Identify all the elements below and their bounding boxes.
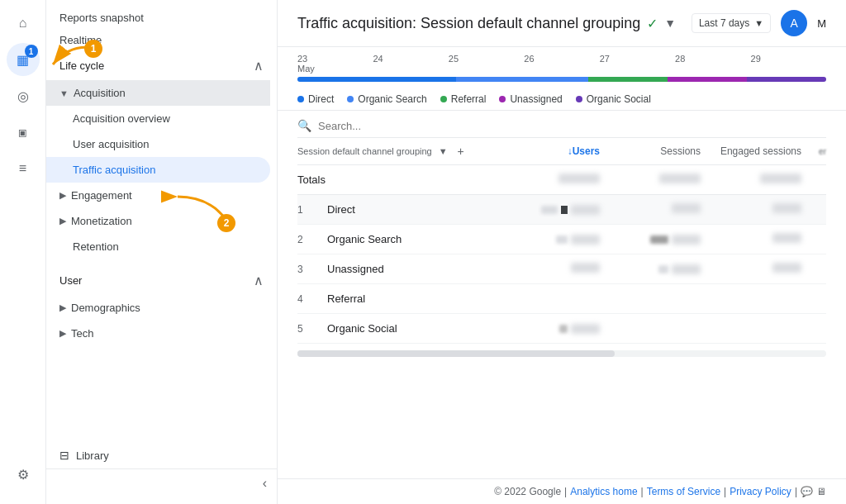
chart-area: 23May 24 25 26 27 28 29 Direct (278, 47, 846, 111)
sidebar-monetization[interactable]: ▶ Monetization (46, 208, 270, 234)
row2-sessions-value (672, 235, 701, 245)
sidebar-demographics[interactable]: ▶ Demographics (46, 295, 270, 321)
row2-users-value (571, 235, 600, 245)
search-icon: 🔍 (297, 119, 311, 132)
sidebar-acquisition-overview[interactable]: Acquisition overview (46, 106, 270, 131)
user-section-chevron-icon: ∧ (254, 273, 264, 288)
nav-configure[interactable]: ≡ (7, 152, 40, 185)
sidebar-tech[interactable]: ▶ Tech (46, 321, 270, 346)
library-icon: ⊟ (59, 449, 69, 462)
search-bar: 🔍 (297, 111, 826, 138)
totals-users-value (558, 174, 600, 183)
legend-organic-social-dot (576, 96, 582, 102)
title-dropdown-icon[interactable]: ▼ (664, 17, 676, 30)
nav-home[interactable]: ⌂ (7, 7, 40, 40)
table-row[interactable]: 4 Referral (297, 284, 826, 314)
table-row[interactable]: 2 Organic Search (297, 225, 826, 254)
channel-col-header[interactable]: Session default channel grouping ▼ + (297, 145, 499, 158)
account-name: M (817, 17, 826, 30)
terms-of-service-link[interactable]: Terms of Service (647, 486, 720, 497)
legend-referral: Referral (440, 93, 487, 105)
analytics-home-link[interactable]: Analytics home (570, 486, 637, 497)
privacy-policy-link[interactable]: Privacy Policy (730, 486, 791, 497)
totals-engaged-value (760, 174, 801, 183)
row3-sessions-bar (658, 265, 668, 273)
channel-dropdown-icon[interactable]: ▼ (439, 146, 448, 156)
sidebar: Reports snapshot Realtime Life cycle ∧ ▼… (46, 0, 278, 504)
footer: © 2022 Google | Analytics home | Terms o… (278, 478, 846, 504)
sidebar-engagement[interactable]: ▶ Engagement (46, 183, 270, 208)
date-range-chevron-icon: ▼ (754, 18, 763, 28)
chart-legend: Direct Organic Search Referral Unassigne… (297, 88, 826, 110)
sidebar-user-acquisition[interactable]: User acquisition (46, 131, 270, 157)
row2-engaged-value (772, 233, 801, 243)
row1-users-value (571, 205, 600, 215)
page-title: Traffic acquisition: Session default cha… (297, 15, 676, 32)
totals-sessions-value (659, 174, 701, 183)
sidebar-traffic-acquisition[interactable]: Traffic acquisition (46, 157, 270, 183)
legend-organic-social: Organic Social (576, 93, 651, 105)
table-row[interactable]: 5 Organic Social (297, 314, 826, 344)
legend-organic-search-dot (347, 96, 354, 102)
row2-sessions-bar (650, 235, 668, 244)
avatar[interactable]: A (781, 10, 807, 36)
legend-organic-search: Organic Search (347, 93, 426, 105)
table-scrollbar[interactable] (297, 350, 826, 357)
sidebar-retention[interactable]: Retention (46, 234, 270, 259)
extra-col-header: er (801, 145, 826, 157)
header-right: Last 7 days ▼ A M (692, 10, 826, 36)
acquisition-chevron-icon: ▼ (59, 88, 69, 98)
engaged-col-header[interactable]: Engaged sessions (701, 145, 801, 157)
monetization-arrow-icon: ▶ (59, 216, 66, 226)
sidebar-reports-snapshot[interactable]: Reports snapshot (46, 7, 277, 29)
sidebar-acquisition[interactable]: ▼ Acquisition (46, 80, 270, 106)
date-range-selector[interactable]: Last 7 days ▼ (692, 13, 771, 33)
sidebar-lifecycle-section[interactable]: Life cycle ∧ (46, 51, 277, 80)
row5-users-value (571, 324, 600, 334)
row3-sessions-value (672, 264, 701, 274)
legend-direct: Direct (297, 93, 334, 105)
sidebar-realtime[interactable]: Realtime (46, 29, 277, 51)
legend-direct-dot (297, 96, 304, 102)
table-row-totals: Totals (297, 165, 826, 195)
legend-unassigned-dot (499, 96, 506, 102)
nav-icon-strip: ⌂ ▦ 1 ◎ ◈ ≡ ⚙ (0, 0, 46, 504)
badge-1: 1 (25, 45, 38, 58)
sidebar-user-section[interactable]: User ∧ (46, 266, 277, 295)
sidebar-collapse-button[interactable]: ‹ (263, 476, 267, 491)
legend-unassigned: Unassigned (499, 93, 562, 105)
feedback-icon[interactable]: 💬 (801, 486, 813, 497)
row1-users-bar (541, 206, 558, 214)
demographics-arrow-icon: ▶ (59, 302, 66, 313)
row3-engaged-value (772, 263, 801, 273)
sidebar-library[interactable]: ⊟ Library (46, 442, 277, 468)
chart-date-labels: 23May 24 25 26 27 28 29 (297, 54, 826, 74)
row1-sessions-value (672, 203, 701, 213)
nav-reports[interactable]: ▦ 1 (7, 43, 40, 76)
nav-advertising[interactable]: ◈ (0, 109, 46, 156)
screen-icon: 🖥 (816, 486, 826, 497)
table-row[interactable]: 3 Unassigned (297, 254, 826, 284)
table-row[interactable]: 1 Direct (297, 195, 826, 225)
row2-users-bar (556, 235, 568, 244)
table-header: Session default channel grouping ▼ + ↓Us… (297, 138, 826, 165)
users-col-header[interactable]: ↓Users (499, 145, 600, 157)
nav-settings[interactable]: ⚙ (7, 458, 40, 491)
legend-referral-dot (440, 96, 447, 102)
tech-arrow-icon: ▶ (59, 328, 66, 339)
row5-users-bar (559, 325, 568, 333)
lifecycle-chevron-icon: ∧ (254, 58, 264, 74)
add-column-icon[interactable]: + (458, 145, 464, 158)
status-check-icon: ✓ (647, 16, 658, 31)
main-content: Traffic acquisition: Session default cha… (278, 0, 846, 504)
data-table-area: 🔍 Session default channel grouping ▼ + ↓… (278, 111, 846, 478)
row1-bar-dark (561, 206, 568, 214)
row3-users-value (571, 263, 600, 273)
row1-engaged-value (772, 203, 801, 213)
search-input[interactable] (318, 120, 826, 132)
sessions-col-header[interactable]: Sessions (600, 145, 701, 157)
nav-explore[interactable]: ◎ (7, 79, 40, 112)
main-header: Traffic acquisition: Session default cha… (278, 0, 846, 47)
engagement-arrow-icon: ▶ (59, 190, 66, 201)
